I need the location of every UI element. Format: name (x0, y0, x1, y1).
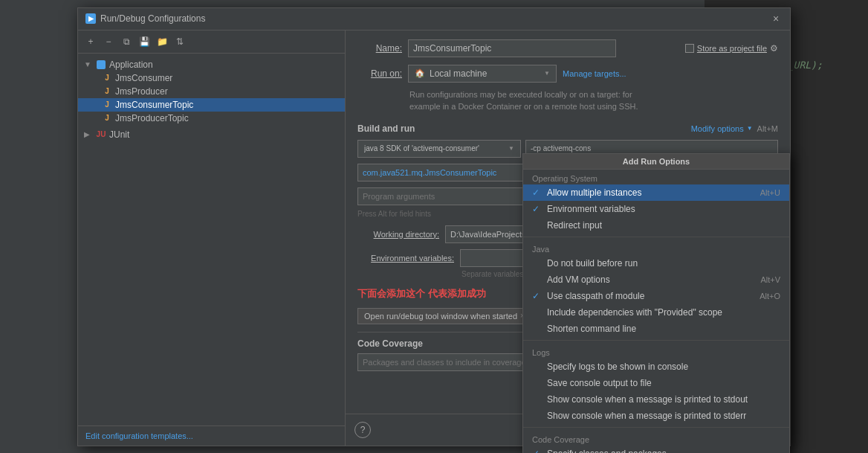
tree-item-jmsconsumertopic[interactable]: J JmsConsumerTopic (78, 98, 345, 112)
check-icon-1: ✓ (532, 187, 542, 198)
coverage-section-label: Code Coverage (523, 431, 789, 446)
dropdown-item-env-vars-label: Environment variables (547, 204, 776, 214)
dropdown-item-specify-classes-label: Specify classes and packages (547, 449, 780, 454)
left-toolbar: + − ⧉ 💾 📁 ⇅ (78, 30, 345, 54)
java-icon-2: J (102, 86, 112, 97)
edit-templates-link[interactable]: Edit configuration templates... (85, 431, 193, 440)
dropdown-item-vm-options[interactable]: ✓ Add VM options Alt+V (523, 272, 789, 288)
dropdown-item-no-build[interactable]: ✓ Do not build before run (523, 255, 789, 272)
title-bar: ▶ Run/Debug Configurations × (78, 8, 790, 30)
tree-item-jmsproducertopic[interactable]: J JmsProducerTopic (78, 112, 345, 125)
dropdown-item-specify-logs[interactable]: ✓ Specify logs to be shown in console (523, 359, 789, 375)
folder-config-button[interactable]: 📁 (154, 33, 170, 50)
dropdown-item-allow-multiple[interactable]: ✓ Allow multiple instances Alt+U (523, 184, 789, 201)
dropdown-item-save-console-label: Save console output to file (547, 378, 780, 388)
dropdown-item-show-stderr[interactable]: ✓ Show console when a message is printed… (523, 408, 789, 424)
classpath-label: -cp activemq-cons (531, 144, 591, 152)
expand-icon-junit: ▶ (84, 130, 93, 138)
store-label: Store as project file (697, 44, 767, 53)
expand-icon: ▼ (84, 60, 93, 68)
dropdown-item-specify-classes[interactable]: ✓ Specify classes and packages (523, 446, 789, 454)
manage-targets-link[interactable]: Manage targets... (563, 69, 626, 78)
modify-options-label: Modify options (691, 124, 744, 133)
run-on-dropdown[interactable]: 🏠 Local machine ▼ (408, 65, 557, 83)
house-icon: 🏠 (415, 68, 425, 78)
dropdown-item-shorten[interactable]: ✓ Shorten command line (523, 321, 789, 337)
remove-config-button[interactable]: − (100, 33, 117, 50)
check-icon-13: ✓ (532, 449, 542, 454)
check-icon-2: ✓ (532, 204, 542, 214)
dropdown-item-classpath-label: Use classpath of module (547, 291, 755, 301)
section-divider-logs (523, 340, 789, 341)
dropdown-item-provided[interactable]: ✓ Include dependencies with "Provided" s… (523, 304, 789, 321)
sdk-label: java 8 SDK of 'activemq-consumer' (364, 144, 479, 152)
dropdown-item-specify-logs-label: Specify logs to be shown in console (547, 362, 780, 372)
sdk-dropdown[interactable]: java 8 SDK of 'activemq-consumer' ▼ (357, 140, 521, 158)
application-label: Application (109, 60, 153, 70)
sdk-dropdown-arrow: ▼ (508, 145, 514, 152)
store-checkbox-area: Store as project file ⚙ (685, 43, 778, 54)
application-icon (96, 60, 106, 70)
dropdown-item-save-console[interactable]: ✓ Save console output to file (523, 375, 789, 391)
section-divider-coverage (523, 427, 789, 428)
help-button[interactable]: ? (354, 422, 371, 438)
save-config-button[interactable]: 💾 (136, 33, 152, 50)
java-icon-4: J (102, 113, 112, 123)
dropdown-item-no-build-label: Do not build before run (547, 258, 780, 269)
add-config-button[interactable]: + (82, 33, 99, 50)
dropdown-item-allow-multiple-label: Allow multiple instances (547, 187, 756, 198)
os-section-label: Operating System (523, 170, 789, 184)
jmsconsumer-label: JmsConsumer (115, 73, 172, 83)
store-checkbox[interactable] (685, 44, 694, 53)
section-divider-java (523, 237, 789, 237)
build-run-label: Build and run (357, 123, 415, 134)
option-tag-1: Open run/debug tool window when started … (357, 308, 531, 324)
dropdown-item-shorten-label: Shorten command line (547, 324, 780, 334)
dropdown-item-show-stdout-label: Show console when a message is printed t… (547, 394, 780, 405)
dropdown-item-redirect-label: Redirect input (547, 220, 780, 231)
run-on-info: Run configurations may be executed local… (409, 89, 778, 113)
dropdown-shortcut-classpath: Alt+O (760, 292, 780, 301)
java-icon-1: J (102, 73, 112, 83)
jmsproducer-label: JmsProducer (115, 86, 168, 97)
close-button[interactable]: × (769, 12, 783, 25)
gear-icon[interactable]: ⚙ (770, 43, 778, 54)
tree-item-application[interactable]: ▼ Application (78, 58, 345, 71)
local-machine-label: Local machine (430, 68, 487, 79)
jmsconsumertopic-label: JmsConsumerTopic (115, 100, 193, 110)
tree-item-junit[interactable]: ▶ JU JUnit (78, 128, 345, 141)
name-row: Name: Store as project file ⚙ (357, 39, 778, 57)
dropdown-item-redirect[interactable]: ✓ Redirect input (523, 217, 789, 234)
tree-item-jmsconsumer[interactable]: J JmsConsumer (78, 71, 345, 85)
dropdown-item-classpath[interactable]: ✓ Use classpath of module Alt+O (523, 288, 789, 304)
junit-icon: JU (96, 129, 106, 140)
check-icon-6: ✓ (532, 291, 542, 301)
dropdown-menu-header: Add Run Options (523, 154, 789, 170)
dropdown-item-show-stdout[interactable]: ✓ Show console when a message is printed… (523, 391, 789, 408)
name-label: Name: (357, 43, 402, 54)
left-bottom: Edit configuration templates... (78, 425, 345, 446)
dropdown-shortcut-vm: Alt+V (760, 275, 780, 284)
dropdown-shortcut-1: Alt+U (760, 188, 780, 197)
env-vars-label: Environment variables: (357, 254, 454, 263)
copy-config-button[interactable]: ⧉ (118, 33, 135, 50)
build-run-section-header: Build and run Modify options ▼ Alt+M (357, 123, 778, 134)
add-run-options-menu: Add Run Options Operating System ✓ Allow… (522, 153, 790, 454)
run-on-label: Run on: (357, 68, 402, 79)
jmsproducertopic-label: JmsProducerTopic (115, 113, 189, 123)
dropdown-item-env-vars[interactable]: ✓ Environment variables (523, 201, 789, 217)
java-section-label: Java (523, 240, 789, 255)
dropdown-item-vm-label: Add VM options (547, 274, 756, 285)
name-input[interactable] (408, 39, 616, 57)
tree-item-jmsproducer[interactable]: J JmsProducer (78, 85, 345, 98)
alt-m-shortcut: Alt+M (757, 124, 778, 133)
sort-config-button[interactable]: ⇅ (172, 33, 188, 50)
java-icon-3: J (102, 100, 112, 110)
modify-options-button[interactable]: Modify options ▼ (691, 124, 753, 133)
dropdown-arrow-icon: ▼ (544, 70, 550, 77)
logs-section-label: Logs (523, 344, 789, 359)
config-tree: ▼ Application J JmsConsumer J JmsProduce… (78, 54, 345, 425)
modify-options-arrow: ▼ (747, 125, 753, 132)
dialog-icon: ▶ (85, 13, 96, 24)
run-on-row: Run on: 🏠 Local machine ▼ Manage targets… (357, 65, 778, 83)
